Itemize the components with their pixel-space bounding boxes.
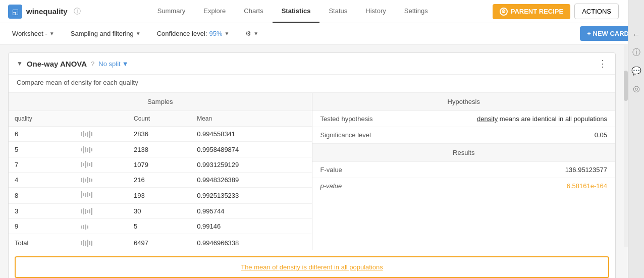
hypothesis-text: means are identical in all populations <box>500 115 607 123</box>
card-title: One-way ANOVA <box>27 60 87 68</box>
table-row: 5 2138 <box>9 142 312 157</box>
p-value-row: p-value 6.58161e-164 <box>312 178 616 194</box>
main-content: ▼ One-way ANOVA ? No split ▼ ⋮ Compare m… <box>0 44 624 278</box>
tables-container: Samples quality Count Mean 6 <box>9 93 615 250</box>
card-help-icon[interactable]: ? <box>91 60 94 68</box>
samples-section: Samples quality Count Mean 6 <box>9 93 312 250</box>
quality-col-header: quality <box>9 111 75 127</box>
collapse-icon[interactable]: ▼ <box>17 60 23 67</box>
sparkline-icon <box>81 161 92 168</box>
sidebar-info-icon[interactable]: ⓘ <box>632 47 640 58</box>
samples-table: quality Count Mean 6 <box>9 111 312 250</box>
card-subtitle: Compare mean of density for each quality <box>9 75 615 93</box>
significance-level-row: Significance level 0.05 <box>312 127 616 143</box>
anova-card: ▼ One-way ANOVA ? No split ▼ ⋮ Compare m… <box>8 52 616 278</box>
density-link-hypothesis[interactable]: density <box>477 115 498 123</box>
results-header: Results <box>312 143 616 162</box>
scroll-thumb[interactable] <box>624 71 628 101</box>
no-split-button[interactable]: No split ▼ <box>98 60 128 68</box>
tab-explore[interactable]: Explore <box>194 0 235 23</box>
worksheet-chevron-icon: ▼ <box>49 31 55 36</box>
sparkline-icon <box>81 208 92 215</box>
worksheet-button[interactable]: Worksheet - ▼ <box>8 27 59 40</box>
table-row: 4 216 <box>9 173 312 188</box>
conclusion-pre: The mean of <box>241 263 280 271</box>
total-row: Total 64 <box>9 234 312 251</box>
settings-gear-button[interactable]: ⚙ ▼ <box>241 27 262 40</box>
table-row: 3 30 <box>9 204 312 219</box>
sampling-chevron-icon: ▼ <box>136 31 141 36</box>
card-menu-icon[interactable]: ⋮ <box>598 59 607 68</box>
density-link-conclusion[interactable]: density <box>280 263 300 271</box>
toolbar: Worksheet - ▼ Sampling and filtering ▼ C… <box>0 23 644 44</box>
hypothesis-section: Hypothesis Tested hypothesis density mea… <box>312 93 616 250</box>
card-header: ▼ One-way ANOVA ? No split ▼ ⋮ <box>9 53 615 75</box>
tested-hypothesis-row: Tested hypothesis density means are iden… <box>312 111 616 127</box>
app-logo-icon: ◱ <box>8 5 22 19</box>
samples-header: Samples <box>9 93 312 111</box>
tab-summary[interactable]: Summary <box>148 0 195 23</box>
app-logo: ◱ winequality ⓘ <box>8 5 81 19</box>
tab-settings[interactable]: Settings <box>395 0 437 23</box>
sparkline-icon <box>81 191 92 198</box>
sidebar-chat-icon[interactable]: ◎ <box>633 84 640 93</box>
tab-status[interactable]: Status <box>319 0 356 23</box>
tab-history[interactable]: History <box>356 0 395 23</box>
sparkline-icon <box>81 225 88 230</box>
mean-col-header: Mean <box>191 111 311 127</box>
table-row: 9 5 0.99146 <box>9 219 312 234</box>
actions-button[interactable]: ACTIONS <box>574 4 619 19</box>
gear-icon: ⚙ <box>245 30 251 37</box>
hypothesis-header: Hypothesis <box>312 93 616 111</box>
scroll-area <box>624 45 628 247</box>
tab-charts[interactable]: Charts <box>235 0 272 23</box>
table-row: 8 193 <box>9 188 312 204</box>
sparkline-icon <box>81 177 92 183</box>
sparkline-icon <box>81 146 92 153</box>
sparkline-icon <box>81 131 92 138</box>
parent-recipe-icon: ⚙ <box>500 8 508 16</box>
help-icon[interactable]: ⓘ <box>74 7 81 16</box>
confidence-chevron-icon: ▼ <box>224 31 229 36</box>
table-row: 6 2836 <box>9 127 312 142</box>
conclusion-post: is different in all populations <box>300 263 383 271</box>
confidence-level-button[interactable]: Confidence level: 95% ▼ <box>153 27 234 40</box>
tab-statistics[interactable]: Statistics <box>273 0 320 23</box>
sidebar-back-icon[interactable]: ← <box>632 30 640 39</box>
f-value-row: F-value 136.95123577 <box>312 162 616 178</box>
top-navigation: ◱ winequality ⓘ Summary Explore Charts S… <box>0 0 644 23</box>
sidebar-comment-icon[interactable]: 💬 <box>631 66 641 76</box>
sparkline-icon <box>81 240 92 247</box>
sparkline-col-header <box>75 111 128 127</box>
conclusion-box: The mean of density is different in all … <box>15 256 609 278</box>
count-col-header: Count <box>128 111 191 127</box>
sampling-filtering-button[interactable]: Sampling and filtering ▼ <box>67 27 145 40</box>
nav-tabs: Summary Explore Charts Statistics Status… <box>93 0 493 23</box>
no-split-chevron-icon: ▼ <box>122 60 129 68</box>
parent-recipe-button[interactable]: ⚙ PARENT RECIPE <box>493 4 571 19</box>
gear-chevron-icon: ▼ <box>253 31 258 36</box>
table-row: 7 1079 <box>9 157 312 173</box>
app-title: winequality <box>26 7 68 16</box>
nav-right: ⚙ PARENT RECIPE ACTIONS ← <box>493 4 636 19</box>
right-sidebar: ← ⓘ 💬 ◎ <box>628 0 644 278</box>
